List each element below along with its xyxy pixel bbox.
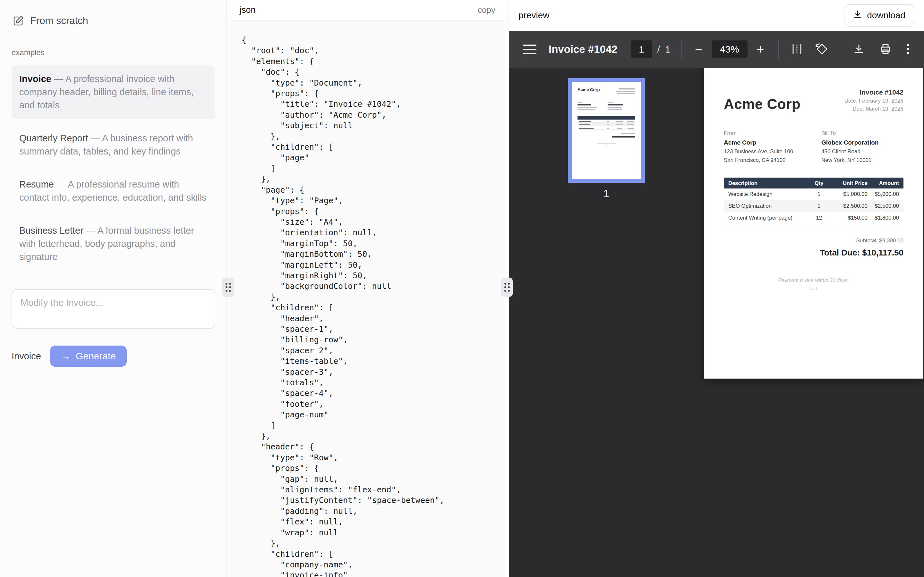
plus-icon: + bbox=[753, 42, 767, 57]
rotate-icon bbox=[815, 42, 829, 57]
download-button[interactable]: download bbox=[844, 4, 914, 27]
generate-row: Invoice → Generate bbox=[11, 346, 215, 367]
from-name: Acme Corp bbox=[724, 139, 821, 146]
bill-to-address-2: New York, NY 10001 bbox=[821, 157, 903, 163]
toolbar-download-button[interactable] bbox=[853, 43, 865, 56]
thumbnail-page: Acme Corp bbox=[572, 82, 641, 179]
invoice-page-indicator: 1 / 1 bbox=[724, 286, 903, 291]
thumbnail-company-text: Acme Corp bbox=[577, 87, 599, 92]
cell-amount: $2,500.00 bbox=[867, 203, 903, 210]
from-scratch-label: From scratch bbox=[30, 15, 88, 27]
invoice-company-name: Acme Corp bbox=[724, 96, 800, 112]
doc-type-label: Invoice bbox=[11, 351, 41, 362]
preview-header: preview download bbox=[509, 0, 924, 31]
cell-qty: 1 bbox=[806, 191, 832, 197]
col-description: Description bbox=[724, 180, 806, 186]
from-address-2: San Francisco, CA 94102 bbox=[724, 157, 821, 163]
invoice-page[interactable]: Acme Corp Invoice #1042 Date: February 1… bbox=[704, 68, 923, 379]
pdf-viewer: Acme Corp bbox=[509, 68, 924, 577]
invoice-subtotal: Subtotal: $9,300.00 bbox=[724, 237, 903, 244]
cell-unit-price: $2,500.00 bbox=[832, 203, 867, 210]
cell-amount: $5,000.00 bbox=[867, 191, 903, 197]
generate-button-label: Generate bbox=[76, 351, 116, 362]
json-editor-panel: json copy { "root": "doc", "elements": {… bbox=[230, 0, 505, 577]
scroll-mode-icon bbox=[790, 43, 803, 56]
printer-icon bbox=[879, 43, 892, 56]
from-address-1: 123 Business Ave, Suite 100 bbox=[724, 148, 821, 155]
app-window: From scratch examples Invoice — A profes… bbox=[0, 0, 924, 577]
generate-button[interactable]: → Generate bbox=[50, 346, 127, 367]
example-title: Business Letter bbox=[19, 226, 83, 235]
example-list: Invoice — A professional invoice with co… bbox=[11, 65, 215, 271]
cell-amount: $1,800.00 bbox=[867, 215, 903, 221]
rotate-page-button[interactable] bbox=[815, 42, 829, 57]
example-item-invoice[interactable]: Invoice — A professional invoice with co… bbox=[11, 65, 215, 119]
copy-button[interactable]: copy bbox=[478, 5, 495, 15]
composer-sidebar: From scratch examples Invoice — A profes… bbox=[0, 0, 226, 577]
bill-to-address-1: 456 Client Road bbox=[821, 148, 903, 155]
example-title: Invoice bbox=[19, 74, 51, 84]
arrow-right-icon: → bbox=[61, 351, 71, 362]
cell-description: Website Redesign bbox=[724, 191, 806, 197]
panel-resize-grip-left[interactable] bbox=[222, 277, 234, 297]
preview-title: preview bbox=[519, 10, 549, 21]
from-scratch-button[interactable]: From scratch bbox=[11, 13, 215, 29]
table-row: Content Writing (per page) 12 $150.00 $1… bbox=[724, 212, 903, 224]
sidebar-toggle-button[interactable] bbox=[523, 45, 536, 54]
panel-resize-grip-right[interactable] bbox=[501, 277, 513, 297]
page-number-input[interactable]: 1 bbox=[631, 40, 652, 58]
invoice-items-table: Description Qty Unit Price Amount Websit… bbox=[724, 177, 903, 224]
from-label: From bbox=[724, 130, 821, 137]
cell-unit-price: $5,000.00 bbox=[832, 191, 867, 197]
invoice-header: Acme Corp Invoice #1042 Date: February 1… bbox=[724, 89, 903, 112]
invoice-billing-row: From Acme Corp 123 Business Ave, Suite 1… bbox=[724, 130, 903, 163]
invoice-from-block: From Acme Corp 123 Business Ave, Suite 1… bbox=[724, 130, 821, 163]
more-options-button[interactable] bbox=[906, 43, 910, 56]
json-code-area[interactable]: { "root": "doc", "elements": { "doc": { … bbox=[230, 21, 505, 577]
invoice-payment-note: Payment is due within 30 days. bbox=[724, 277, 903, 284]
json-panel-title: json bbox=[240, 5, 256, 15]
download-icon bbox=[853, 10, 863, 21]
example-title: Quarterly Report bbox=[19, 133, 88, 143]
scroll-mode-button[interactable] bbox=[790, 43, 803, 56]
bill-to-label: Bill To bbox=[821, 130, 903, 137]
invoice-totals: Subtotal: $9,300.00 Total Due: $10,117.5… bbox=[724, 237, 903, 258]
invoice-due-date: Due: March 19, 2026 bbox=[845, 106, 903, 112]
table-header-row: Description Qty Unit Price Amount bbox=[724, 177, 903, 189]
kebab-menu-icon bbox=[906, 43, 910, 56]
print-button[interactable] bbox=[879, 43, 892, 56]
toolbar-separator bbox=[682, 40, 682, 59]
zoom-out-button[interactable]: − bbox=[692, 42, 706, 57]
prompt-input[interactable] bbox=[11, 289, 215, 329]
bill-to-name: Globex Corporation bbox=[821, 139, 903, 146]
example-item-quarterly-report[interactable]: Quarterly Report — A business report wit… bbox=[11, 125, 215, 165]
col-unit-price: Unit Price bbox=[832, 180, 867, 186]
preview-panel: preview download Invoice #1042 1 / 1 − bbox=[509, 0, 924, 577]
col-amount: Amount bbox=[867, 180, 903, 186]
minus-icon: − bbox=[692, 42, 706, 57]
col-qty: Qty bbox=[806, 180, 832, 186]
thumbnail-selection-frame: Acme Corp bbox=[568, 78, 645, 183]
cell-qty: 12 bbox=[806, 215, 832, 221]
thumbnail-page-number: 1 bbox=[568, 187, 645, 200]
grip-dots-icon bbox=[226, 283, 231, 292]
example-dash: — bbox=[90, 133, 100, 143]
invoice-billto-block: Bill To Globex Corporation 456 Client Ro… bbox=[821, 130, 903, 163]
page-thumbnail[interactable]: Acme Corp bbox=[568, 78, 645, 200]
invoice-total-due: Total Due: $10,117.50 bbox=[724, 248, 903, 258]
example-dash: — bbox=[57, 179, 66, 189]
example-item-business-letter[interactable]: Business Letter — A formal business lett… bbox=[11, 217, 215, 271]
json-panel-header: json copy bbox=[230, 0, 505, 21]
example-item-resume[interactable]: Resume — A professional resume with cont… bbox=[11, 171, 215, 211]
pdf-document-title: Invoice #1042 bbox=[549, 43, 618, 55]
zoom-level[interactable]: 43% bbox=[712, 40, 748, 58]
example-title: Resume bbox=[19, 179, 54, 189]
cell-description: Content Writing (per page) bbox=[724, 215, 806, 221]
table-row: SEO Optimization 1 $2,500.00 $2,500.00 bbox=[724, 200, 903, 212]
edit-pencil-icon bbox=[12, 15, 24, 27]
invoice-meta: Invoice #1042 Date: February 19, 2026 Du… bbox=[845, 89, 903, 112]
json-code: { "root": "doc", "elements": { "doc": { … bbox=[230, 21, 505, 577]
zoom-in-button[interactable]: + bbox=[753, 42, 767, 57]
download-button-label: download bbox=[867, 10, 905, 21]
grip-dots-icon bbox=[504, 283, 510, 292]
